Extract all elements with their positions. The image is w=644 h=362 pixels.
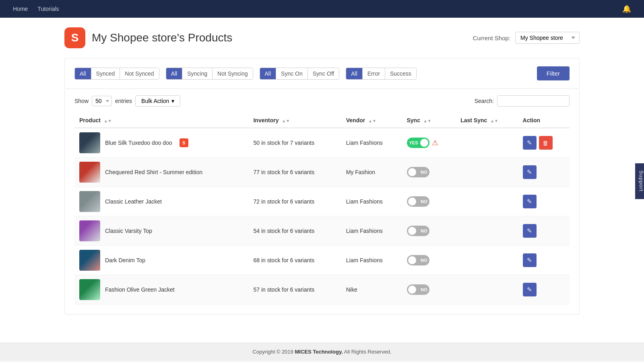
filter-success[interactable]: Success: [385, 68, 416, 79]
edit-button[interactable]: ✎: [523, 224, 537, 238]
shop-selector: Current Shop: My Shopee store: [473, 32, 580, 44]
vendor-cell: Liam Fashions: [341, 187, 402, 216]
edit-button[interactable]: ✎: [523, 136, 537, 150]
col-inventory: Inventory ▲▼: [248, 113, 341, 128]
sync-toggle[interactable]: NO: [407, 196, 429, 207]
sync-toggle[interactable]: NO: [407, 167, 429, 177]
bulk-action-button[interactable]: Bulk Action ▾: [135, 95, 180, 107]
filter-all-sync-onoff[interactable]: All: [260, 68, 276, 79]
footer: Copyright © 2019 MICES Technology. All R…: [0, 343, 644, 360]
product-cell: Classic Leather Jacket: [74, 187, 248, 216]
edit-button[interactable]: ✎: [523, 283, 537, 296]
sort-sync-icon[interactable]: ▲▼: [423, 119, 431, 123]
last-sync-cell: [456, 128, 518, 158]
sort-vendor-icon[interactable]: ▲▼: [368, 119, 376, 123]
filter-groups: All Synced Not Synced All Syncing Not Sy…: [74, 68, 417, 80]
action-cell: ✎: [518, 158, 570, 187]
product-thumbnail: [79, 132, 100, 153]
entries-label: entries: [115, 98, 132, 104]
vendor-cell: Liam Fashions: [341, 216, 402, 246]
last-sync-cell: [456, 216, 518, 246]
current-shop-label: Current Shop:: [473, 35, 510, 41]
sync-cell: NO: [402, 187, 456, 216]
table-row: Fashion Olive Green Jacket 57 in stock f…: [74, 275, 570, 304]
col-product: Product ▲▼: [74, 113, 248, 128]
sync-cell: NO: [402, 158, 456, 187]
product-cell: Chequered Red Shirt - Summer edition: [74, 158, 248, 187]
inventory-cell: 50 in stock for 7 variants: [248, 128, 341, 158]
delete-button[interactable]: 🗑: [539, 136, 553, 150]
dropdown-arrow-icon: ▾: [171, 98, 174, 104]
last-sync-cell: [456, 187, 518, 216]
table-row: Classic Varsity Top 54 in stock for 6 va…: [74, 216, 570, 246]
filter-section: All Synced Not Synced All Syncing Not Sy…: [64, 58, 580, 89]
notification-bell-icon[interactable]: 🔔: [622, 4, 631, 13]
action-cell: ✎: [518, 216, 570, 246]
filter-group-sync-status: All Synced Not Synced: [74, 68, 159, 80]
sync-toggle[interactable]: YES: [407, 138, 429, 148]
inventory-cell: 54 in stock for 6 variants: [248, 216, 341, 246]
sync-cell: NO: [402, 246, 456, 275]
filter-not-synced[interactable]: Not Synced: [120, 68, 159, 79]
shopee-logo: S: [64, 27, 85, 48]
shopee-badge-icon: S: [180, 138, 188, 147]
table-row: Blue Silk Tuxedoo doo doo S 50 in stock …: [74, 128, 570, 158]
sort-inventory-icon[interactable]: ▲▼: [282, 119, 290, 123]
footer-text: Copyright © 2019 MICES Technology. All R…: [252, 349, 391, 355]
product-cell: Blue Silk Tuxedoo doo doo S: [74, 128, 248, 158]
filter-all-error-success[interactable]: All: [346, 68, 362, 79]
last-sync-cell: [456, 246, 518, 275]
filter-button[interactable]: Filter: [537, 66, 570, 80]
product-thumbnail: [79, 162, 100, 183]
sync-toggle[interactable]: NO: [407, 255, 429, 265]
shop-select[interactable]: My Shopee store: [515, 32, 580, 44]
sync-cell: YES ⚠: [402, 128, 456, 158]
filter-all-syncing[interactable]: All: [166, 68, 182, 79]
products-table: Product ▲▼ Inventory ▲▼ Vendor ▲▼ Sync: [74, 113, 570, 304]
sync-cell: NO: [402, 216, 456, 246]
col-action: Action: [518, 113, 570, 128]
sort-product-icon[interactable]: ▲▼: [104, 119, 112, 123]
support-tab[interactable]: Support: [635, 163, 644, 199]
content-container: All Synced Not Synced All Syncing Not Sy…: [64, 58, 580, 315]
table-header-row: Product ▲▼ Inventory ▲▼ Vendor ▲▼ Sync: [74, 113, 570, 128]
col-last-sync: Last Sync ▲▼: [456, 113, 518, 128]
sync-toggle[interactable]: NO: [407, 284, 429, 295]
last-sync-cell: [456, 275, 518, 304]
vendor-cell: Nike: [341, 275, 402, 304]
search-input[interactable]: [497, 95, 570, 107]
page-title: My Shopee store's Products: [92, 31, 232, 44]
edit-button[interactable]: ✎: [523, 165, 537, 179]
show-label: Show: [74, 98, 89, 104]
filter-sync-off[interactable]: Sync Off: [308, 68, 339, 79]
filter-not-syncing[interactable]: Not Syncing: [212, 68, 252, 79]
table-section: Show 50 25 10 entries Bulk Action ▾ Sear…: [64, 89, 580, 315]
product-name: Chequered Red Shirt - Summer edition: [105, 169, 202, 175]
table-row: Dark Denim Top 68 in stock for 6 variant…: [74, 246, 570, 275]
nav-links: Home Tutorials: [13, 6, 59, 12]
product-cell: Dark Denim Top: [74, 246, 248, 275]
nav-home[interactable]: Home: [13, 6, 28, 12]
action-cell: ✎: [518, 275, 570, 304]
search-container: Search:: [475, 95, 570, 107]
edit-button[interactable]: ✎: [523, 253, 537, 267]
entries-select[interactable]: 50 25 10: [92, 96, 112, 106]
error-icon: ⚠: [432, 138, 438, 147]
filter-all-sync-status[interactable]: All: [75, 68, 91, 79]
search-label: Search:: [475, 98, 494, 104]
nav-tutorials[interactable]: Tutorials: [37, 6, 59, 12]
product-name: Blue Silk Tuxedoo doo doo: [105, 140, 172, 146]
sort-last-sync-icon[interactable]: ▲▼: [490, 119, 498, 123]
filter-sync-on[interactable]: Sync On: [276, 68, 308, 79]
action-cell: ✎: [518, 246, 570, 275]
filter-error[interactable]: Error: [362, 68, 385, 79]
filter-synced[interactable]: Synced: [91, 68, 120, 79]
table-controls-left: Show 50 25 10 entries Bulk Action ▾: [74, 95, 180, 107]
product-cell: Fashion Olive Green Jacket: [74, 275, 248, 304]
filter-syncing[interactable]: Syncing: [182, 68, 212, 79]
edit-button[interactable]: ✎: [523, 195, 537, 208]
vendor-cell: Liam Fashions: [341, 128, 402, 158]
sync-toggle[interactable]: NO: [407, 226, 429, 236]
main-content: S My Shopee store's Products Current Sho…: [0, 18, 644, 343]
logo-title-group: S My Shopee store's Products: [64, 27, 232, 48]
